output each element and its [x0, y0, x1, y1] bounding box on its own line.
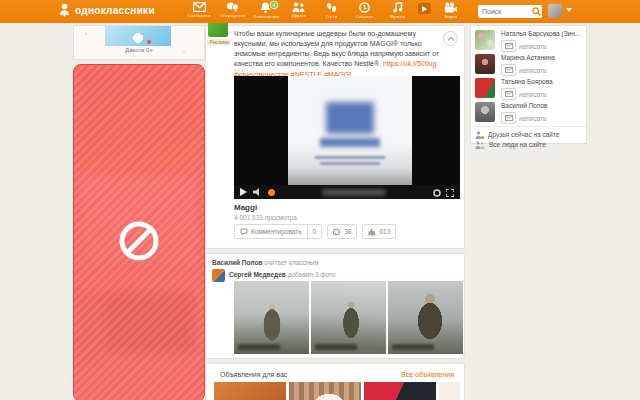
friend-avatar[interactable] [475, 78, 495, 98]
blurred-nestle-logo [326, 102, 374, 134]
video-camera-icon [444, 2, 457, 13]
classified-item-3[interactable] [364, 382, 436, 400]
volume-icon[interactable] [253, 188, 262, 196]
collapse-post-button[interactable] [443, 31, 458, 46]
envelope-icon [505, 91, 513, 97]
music-note-icon [393, 2, 403, 13]
like-count: 613 [379, 228, 390, 235]
classifieds-card: Объявления для вас Все объявления [205, 363, 465, 400]
post-more-ellipsis[interactable]: ... [234, 63, 245, 73]
ad-badge: Реклама [207, 39, 231, 45]
top-navigation-bar: одноклассники Сообщения Обсуждения 4 Опо… [0, 0, 640, 23]
brand-name: одноклассники [75, 5, 155, 16]
chevron-down-icon[interactable] [566, 8, 572, 12]
friend-name[interactable]: Наталья Барсукова (Зин... [501, 30, 583, 37]
video-title[interactable]: Maggi [234, 203, 257, 212]
post-actions: Комментировать 0 38 613 [234, 224, 396, 239]
envelope-icon [505, 115, 513, 121]
comment-button[interactable]: Комментировать 0 [234, 224, 322, 239]
friend-name[interactable]: Василий Попов [501, 102, 583, 109]
chevron-up-icon [447, 36, 455, 42]
all-people-online-link[interactable]: Все люди на сайте [475, 140, 586, 149]
nav-notifications[interactable]: 4 Оповещения [249, 2, 282, 20]
friends-sidebar: Наталья Барсукова (Зин... написать Марин… [470, 25, 587, 144]
friends-online-link[interactable]: Друзья сейчас на сайте [475, 130, 586, 139]
friend-suggestion-row: Татьяна Боярова написать [471, 76, 586, 100]
left-ad-caption: Дакота 0+ [74, 47, 204, 53]
comment-count: 0 [307, 225, 322, 238]
friend-avatar[interactable] [475, 54, 495, 74]
actor-name[interactable]: Василий Попов [212, 259, 262, 266]
friend-avatar[interactable] [475, 30, 495, 50]
search-box[interactable] [478, 5, 542, 18]
play-icon[interactable] [240, 188, 247, 196]
nav-music[interactable]: Музыка [381, 2, 414, 20]
people-icon [475, 141, 485, 149]
write-message-link[interactable]: написать [501, 88, 546, 100]
friend-name[interactable]: Марина Астанина [501, 54, 583, 61]
nav-messages[interactable]: Сообщения [183, 2, 216, 20]
author-avatar[interactable] [212, 269, 225, 282]
video-time-blurred [322, 189, 386, 196]
classified-item-4[interactable] [439, 382, 460, 400]
header-nav: Сообщения Обсуждения 4 Оповещения Друзья… [183, 2, 467, 20]
all-classifieds-link[interactable]: Все объявления [401, 371, 454, 378]
classified-item-2[interactable] [289, 382, 361, 400]
prohibition-icon [116, 218, 162, 268]
nav-video[interactable]: Видео [434, 2, 467, 20]
envelope-icon [505, 67, 513, 73]
classifieds-row [214, 382, 460, 400]
search-icon[interactable] [532, 7, 541, 16]
photo-1[interactable] [234, 281, 309, 354]
left-ad-image[interactable] [105, 26, 171, 46]
author-name[interactable]: Сергей Медведев [229, 271, 286, 278]
user-avatar[interactable] [548, 4, 562, 18]
notification-badge: 4 [270, 1, 279, 10]
friend-post-card: Василий Попов считает классным Сергей Ме… [205, 253, 465, 359]
nav-events[interactable]: События [348, 2, 381, 20]
comment-icon [240, 228, 248, 235]
nav-friends[interactable]: Друзья [282, 2, 315, 20]
classified-item-1[interactable] [214, 382, 286, 400]
video-player[interactable] [234, 76, 460, 199]
friend-suggestion-row: Марина Астанина написать [471, 52, 586, 76]
video-views: 4 001 633 просмотра [234, 214, 297, 221]
chat-bubbles-icon [226, 2, 239, 12]
nav-discussions[interactable]: Обсуждения [216, 2, 249, 20]
friends-icon [292, 2, 305, 12]
page: Дакота 0+ Реклама Чтобы ваши кулинарные … [0, 0, 640, 400]
friend-name[interactable]: Татьяна Боярова [501, 78, 583, 85]
share-count: 38 [344, 228, 351, 235]
envelope-icon [193, 2, 206, 12]
sponsored-post-card: Реклама Чтобы ваши кулинарные шедевры бы… [205, 25, 465, 249]
left-ad-card[interactable]: Дакота 0+ [73, 25, 205, 60]
progress-handle[interactable] [268, 189, 275, 196]
nav-miniplayer[interactable] [414, 2, 434, 20]
person-online-icon [475, 131, 484, 139]
share-button[interactable]: 38 [327, 224, 357, 239]
video-controls[interactable] [234, 185, 460, 199]
play-icon [422, 6, 427, 12]
post-author-line: Сергей Медведев добавил 3 фото [229, 271, 336, 278]
photo-strip [234, 281, 463, 354]
photo-2[interactable] [311, 281, 386, 354]
search-input[interactable] [478, 8, 532, 15]
write-message-link[interactable]: написать [501, 40, 546, 52]
fullscreen-icon[interactable] [446, 183, 454, 199]
post-text: Чтобы ваши кулинарные шедевры были по-до… [234, 29, 440, 80]
settings-icon[interactable] [433, 183, 441, 199]
blocked-ad-region[interactable] [73, 64, 205, 400]
post-activity-header: Василий Попов считает классным [212, 259, 319, 266]
ok-logo-icon [58, 3, 71, 17]
photo-3[interactable] [388, 281, 463, 354]
share-icon [333, 228, 341, 236]
friend-suggestion-row: Наталья Барсукова (Зин... написать [471, 28, 586, 52]
online-links: Друзья сейчас на сайте Все люди на сайте [471, 126, 586, 149]
nav-guests[interactable]: Гости [315, 2, 348, 20]
brand[interactable]: одноклассники [58, 3, 155, 17]
friend-avatar[interactable] [475, 102, 495, 122]
write-message-link[interactable]: написать [501, 64, 546, 76]
write-message-link[interactable]: написать [501, 112, 546, 124]
post-link[interactable]: https://ok.l/500ug [383, 60, 436, 67]
like-button[interactable]: 613 [362, 224, 396, 239]
